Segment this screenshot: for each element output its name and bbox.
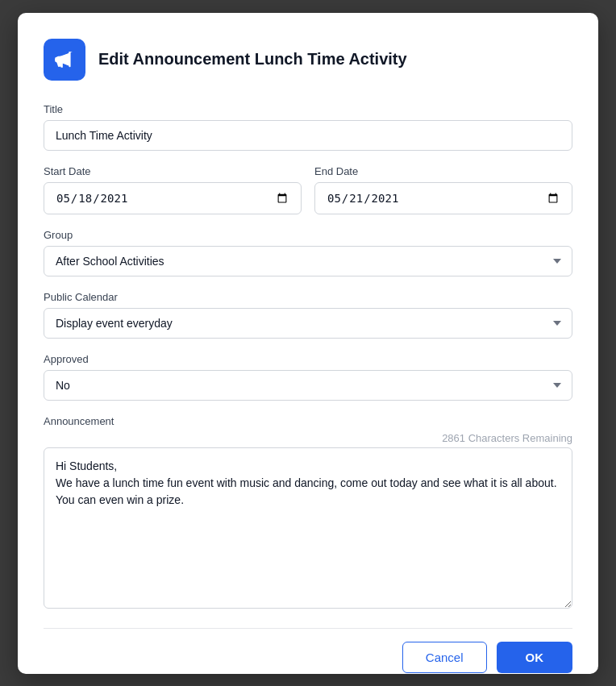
approved-label: Approved — [44, 353, 572, 365]
title-label: Title — [44, 103, 572, 115]
start-date-label: Start Date — [44, 165, 302, 177]
start-date-input[interactable] — [44, 182, 302, 214]
modal-title: Edit Announcement Lunch Time Activity — [98, 50, 407, 69]
approved-group: Approved No Yes — [44, 353, 572, 401]
char-count: 2861 Characters Remaining — [44, 432, 572, 444]
end-date-input[interactable] — [314, 182, 572, 214]
group-group: Group After School Activities Sports Aca… — [44, 229, 572, 276]
title-input[interactable] — [44, 120, 572, 151]
approved-select-wrapper: No Yes — [44, 370, 572, 401]
megaphone-svg — [54, 49, 75, 70]
group-select[interactable]: After School Activities Sports Academic … — [44, 246, 572, 276]
end-date-label: End Date — [314, 165, 572, 177]
announcement-group: Announcement 2861 Characters Remaining H… — [44, 415, 572, 612]
announcement-icon — [44, 39, 85, 81]
date-row: Start Date End Date — [44, 165, 572, 214]
start-date-group: Start Date — [44, 165, 302, 214]
public-calendar-select-wrapper: Display event everyday Display on start … — [44, 308, 572, 339]
announcement-label: Announcement — [44, 415, 572, 427]
title-group: Title — [44, 103, 572, 151]
public-calendar-select[interactable]: Display event everyday Display on start … — [44, 308, 572, 339]
modal-header: Edit Announcement Lunch Time Activity — [44, 39, 572, 81]
cancel-button[interactable]: Cancel — [402, 642, 487, 673]
end-date-group: End Date — [314, 165, 572, 214]
public-calendar-label: Public Calendar — [44, 291, 572, 303]
ok-button[interactable]: OK — [497, 642, 573, 673]
approved-select[interactable]: No Yes — [44, 370, 572, 401]
group-select-wrapper: After School Activities Sports Academic … — [44, 246, 572, 276]
edit-announcement-modal: Edit Announcement Lunch Time Activity Ti… — [18, 13, 598, 674]
modal-footer: Cancel OK — [44, 628, 572, 673]
public-calendar-group: Public Calendar Display event everyday D… — [44, 291, 572, 339]
group-label: Group — [44, 229, 572, 241]
announcement-textarea[interactable]: Hi Students, We have a lunch time fun ev… — [44, 447, 572, 609]
